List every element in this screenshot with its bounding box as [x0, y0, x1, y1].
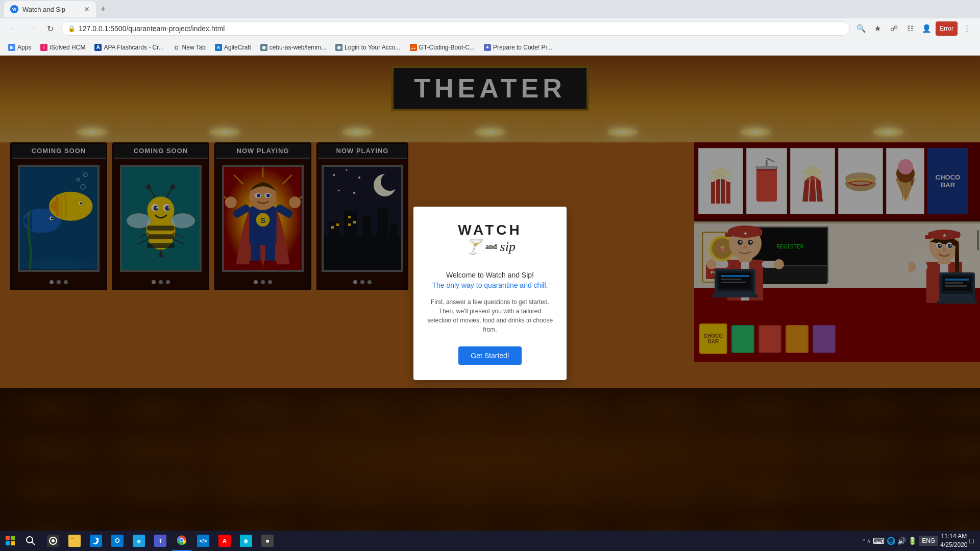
tab-title: Watch and Sip	[22, 6, 65, 13]
active-tab[interactable]: W Watch and Sip ✕	[4, 1, 96, 17]
modal-overlay: WATCH 🍸 and sip Welcome to Watch and Sip…	[0, 56, 980, 531]
tray-icons: ^ ∧	[863, 538, 871, 544]
back-button[interactable]: ←	[6, 21, 20, 36]
explorer-svg	[70, 536, 79, 545]
taskbar-acrobat[interactable]: A	[214, 531, 235, 551]
svg-rect-169	[11, 541, 15, 545]
date-display: 4/25/2020	[940, 541, 967, 549]
bookmark-isolved[interactable]: i iSolved HCM	[36, 42, 89, 53]
bookmark-agilecraft-label: AgileCraft	[224, 44, 251, 51]
bookmark-gt-label: GT-Coding-Boot-C...	[419, 44, 475, 51]
edge-svg	[91, 536, 101, 545]
star-button[interactable]: ★	[870, 21, 885, 36]
chrome-svg	[177, 535, 187, 545]
bookmark-apps-label: Apps	[17, 44, 31, 51]
taskbar-task-view[interactable]	[43, 531, 63, 551]
system-tray: ^ ∧ ⌨ 🌐 🔊 🔋 ENG 11:14 AM 4/25/2020 □	[863, 532, 980, 549]
language-indicator[interactable]: ENG	[919, 536, 938, 546]
svg-rect-167	[11, 536, 15, 540]
new-tab-button[interactable]: +	[96, 2, 110, 16]
bookmark-apps[interactable]: ⊞ Apps	[4, 42, 35, 53]
extensions-button[interactable]: ☍	[887, 21, 901, 36]
isolved-icon: i	[40, 44, 47, 51]
bookmark-newtab[interactable]: ◻ New Tab	[169, 42, 210, 53]
file-explorer-icon	[68, 535, 81, 547]
bookmark-isolved-label: iSolved HCM	[50, 44, 85, 51]
agilecraft-icon: A	[215, 44, 222, 51]
menu-button[interactable]: ⋮	[960, 21, 974, 36]
bookmark-login-label: Login to Your Acco...	[345, 44, 400, 51]
svg-rect-168	[6, 541, 10, 545]
bookmark-gt[interactable]: 🦊 GT-Coding-Boot-C...	[406, 42, 479, 53]
windows-taskbar: O e T	[0, 531, 980, 551]
logo-and-text: and	[485, 243, 497, 251]
bookmark-cebu-label: cebu-as-web/lemm...	[270, 44, 326, 51]
app10-icon: ■	[261, 535, 274, 547]
main-content: THEATER COMING SOON	[0, 56, 980, 531]
taskbar-app-9[interactable]: ◉	[236, 531, 256, 551]
taskbar-ie[interactable]: e	[129, 531, 149, 551]
svg-rect-166	[6, 536, 10, 540]
ie-icon: e	[133, 535, 145, 547]
network-icon: 🌐	[887, 537, 895, 545]
taskbar-file-explorer[interactable]	[64, 531, 85, 551]
tab-close-button[interactable]: ✕	[84, 5, 90, 13]
chrome-icon	[176, 534, 188, 546]
teams-icon: T	[154, 535, 166, 547]
logo-sip-text: sip	[500, 239, 516, 255]
cebu-icon: ◉	[260, 44, 267, 51]
logo-subtitle: 🍸 and sip	[426, 238, 554, 255]
svg-point-170	[27, 537, 33, 543]
address-bar[interactable]: 🔒 127.0.0.1:5500/quaranteam-project/inde…	[61, 21, 850, 36]
bookmark-apa[interactable]: A APA Flashcards - Cr...	[90, 42, 167, 53]
windows-logo	[5, 536, 15, 546]
gt-icon: 🦊	[410, 44, 417, 51]
prepare-icon: ✦	[484, 44, 491, 51]
modal-logo: WATCH 🍸 and sip	[426, 222, 554, 255]
forward-button[interactable]: →	[24, 21, 39, 36]
taskbar-teams[interactable]: T	[150, 531, 170, 551]
windows-button[interactable]: ☷	[903, 21, 917, 36]
taskbar-outlook[interactable]: O	[107, 531, 128, 551]
system-time[interactable]: 11:14 AM 4/25/2020	[940, 532, 967, 549]
newtab-icon: ◻	[173, 44, 180, 51]
taskbar-vscode[interactable]: </>	[193, 531, 213, 551]
task-view-icon	[47, 535, 59, 547]
acrobat-icon: A	[218, 535, 231, 547]
bookmark-cebu[interactable]: ◉ cebu-as-web/lemm...	[256, 42, 330, 53]
notification-icon[interactable]: □	[970, 537, 974, 545]
bookmark-apa-label: APA Flashcards - Cr...	[104, 44, 163, 51]
logo-title: WATCH	[426, 222, 554, 238]
nav-actions: 🔍 ★ ☍ ☷ 👤 Error ⋮	[854, 21, 974, 36]
bookmark-prepare-label: Prepare to Code! Pr...	[493, 44, 552, 51]
volume-icon: 🔊	[897, 537, 906, 545]
profile-button[interactable]: 👤	[919, 21, 934, 36]
bookmark-prepare[interactable]: ✦ Prepare to Code! Pr...	[480, 42, 556, 53]
taskbar-app-10[interactable]: ■	[257, 531, 278, 551]
apps-icon: ⊞	[8, 44, 15, 51]
vscode-icon: </>	[197, 535, 209, 547]
error-button[interactable]: Error	[936, 21, 958, 36]
bookmark-agilecraft[interactable]: A AgileCraft	[211, 42, 255, 53]
apa-icon: A	[94, 44, 102, 51]
tab-favicon: W	[10, 5, 18, 13]
start-button[interactable]	[0, 531, 20, 551]
taskbar-apps: O e T	[41, 531, 280, 551]
search-button[interactable]: 🔍	[854, 21, 868, 36]
login-icon: ◉	[335, 44, 342, 51]
search-icon	[26, 536, 35, 545]
secure-icon: 🔒	[68, 25, 76, 32]
get-started-button[interactable]: Get Started!	[458, 346, 521, 365]
taskbar-edge[interactable]	[86, 531, 106, 551]
bookmark-login[interactable]: ◉ Login to Your Acco...	[331, 42, 404, 53]
svg-line-171	[32, 542, 35, 545]
app9-icon: ◉	[240, 535, 252, 547]
taskbar-chrome[interactable]	[172, 531, 192, 551]
search-button[interactable]	[20, 531, 41, 551]
refresh-button[interactable]: ↻	[43, 21, 57, 36]
bookmark-newtab-label: New Tab	[182, 44, 206, 51]
modal-description-text: First, answer a few questions to get sta…	[426, 297, 554, 334]
browser-chrome: W Watch and Sip ✕ + ← → ↻ 🔒 127.0.0.1:55…	[0, 0, 980, 56]
tab-bar: W Watch and Sip ✕ +	[0, 0, 980, 18]
modal-tagline-text: The only way to quarantine and chill.	[426, 281, 554, 289]
